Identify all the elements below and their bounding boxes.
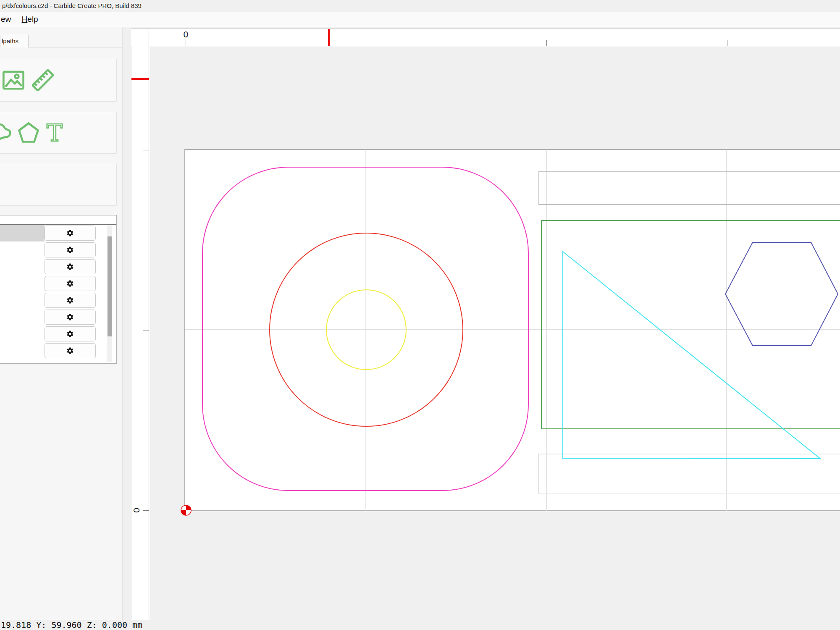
polygon-icon[interactable]	[17, 121, 40, 144]
ruler-tick	[143, 150, 149, 150]
window-title: p/dxfcolours.c2d - Carbide Create PRO, B…	[2, 2, 142, 9]
svg-text:T: T	[47, 121, 63, 144]
menu-bar: ew Help	[0, 12, 840, 27]
text-icon[interactable]: T	[43, 121, 66, 144]
ruler-tick	[366, 40, 366, 46]
gear-icon	[66, 347, 74, 354]
toolpath-row[interactable]	[0, 342, 116, 359]
toolpath-settings-button[interactable]	[45, 226, 96, 241]
origin-marker-quadrant	[181, 510, 186, 515]
ruler-horizontal: 0	[131, 29, 840, 46]
toolpath-row-label[interactable]	[0, 225, 45, 242]
toolpath-list-header	[0, 215, 116, 225]
toolpath-row[interactable]	[0, 242, 116, 258]
ruler-tick	[727, 40, 727, 46]
menu-item-help[interactable]: Help	[18, 12, 42, 27]
toolpath-row[interactable]	[0, 309, 116, 326]
curve-icon[interactable]	[0, 121, 14, 144]
sidebar-panel: lpaths	[0, 27, 123, 620]
ruler-cursor-marker-x	[328, 29, 330, 46]
gear-icon	[66, 263, 74, 270]
sidebar-tab-bar: lpaths	[0, 35, 123, 47]
design-tools-group-3	[0, 164, 117, 206]
title-bar: p/dxfcolours.c2d - Carbide Create PRO, B…	[0, 0, 840, 12]
toolpath-row[interactable]	[0, 292, 116, 309]
toolpath-row-label[interactable]	[0, 242, 45, 258]
toolpath-settings-button[interactable]	[45, 276, 96, 291]
toolpath-row[interactable]	[0, 225, 116, 242]
toolpath-row[interactable]	[0, 326, 116, 342]
image-icon[interactable]	[2, 69, 25, 92]
toolpath-row-label[interactable]	[0, 309, 45, 326]
ruler-zero-label-y: 0	[131, 508, 142, 513]
toolpath-settings-button[interactable]	[45, 343, 96, 358]
toolpath-row-label[interactable]	[0, 275, 45, 292]
toolpath-settings-button[interactable]	[45, 293, 96, 308]
toolpath-row-label[interactable]	[0, 326, 45, 342]
toolpath-list	[0, 215, 117, 364]
gear-icon	[66, 330, 74, 338]
toolpath-settings-button[interactable]	[45, 259, 96, 274]
toolpath-row[interactable]	[0, 258, 116, 275]
cursor-position-readout: 19.818 Y: 59.960 Z: 0.000 mm	[0, 620, 142, 630]
toolpath-row[interactable]	[0, 275, 116, 292]
scrollbar-thumb[interactable]	[108, 236, 112, 336]
toolpath-settings-button[interactable]	[45, 326, 96, 341]
toolpath-settings-button[interactable]	[45, 242, 96, 257]
toolpath-settings-button[interactable]	[45, 310, 96, 325]
ruler-tick	[143, 510, 149, 511]
gear-icon	[66, 229, 74, 237]
toolpath-scrollbar[interactable]	[107, 226, 112, 362]
ruler-tick	[186, 40, 186, 46]
toolpath-row-label[interactable]	[0, 342, 45, 359]
tab-toolpaths[interactable]: lpaths	[0, 35, 29, 47]
gear-icon	[66, 246, 74, 254]
design-tools-group-2: T	[0, 112, 117, 154]
ruler-corner	[131, 29, 149, 46]
gear-icon	[66, 297, 74, 304]
menu-item-view[interactable]: ew	[0, 12, 15, 27]
ruler-tick	[143, 331, 149, 331]
ruler-tick	[546, 40, 547, 46]
ruler-icon[interactable]	[32, 69, 54, 92]
status-bar: 19.818 Y: 59.960 Z: 0.000 mm	[0, 620, 840, 630]
design-tools-group-1	[0, 59, 117, 102]
design-canvas[interactable]	[149, 46, 840, 620]
toolpath-row-label[interactable]	[0, 258, 45, 275]
gear-icon	[66, 313, 74, 321]
ruler-cursor-marker-y	[131, 78, 149, 80]
toolpath-row-label[interactable]	[0, 292, 45, 309]
ruler-vertical: 0	[131, 46, 149, 620]
ruler-zero-label-x: 0	[183, 29, 189, 39]
gear-icon	[66, 280, 74, 287]
